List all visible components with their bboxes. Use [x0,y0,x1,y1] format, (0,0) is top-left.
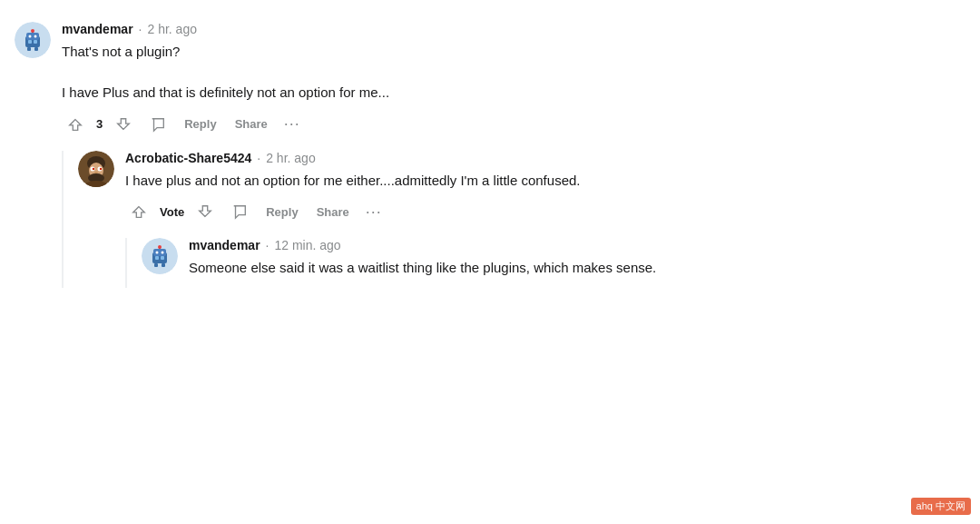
comment-2-time: 2 hr. ago [266,151,316,165]
svg-point-18 [94,172,98,173]
comment-3-text: Someone else said it was a waitlist thin… [189,258,965,279]
comment-2-author: Acrobatic-Share5424 [125,151,251,165]
comment-2: Acrobatic-Share5424 · 2 hr. ago I have p… [78,151,965,224]
svg-rect-2 [28,40,32,44]
comment-3: mvandemar · 12 min. ago Someone else sai… [142,238,965,288]
comment-2-more-btn[interactable]: ··· [362,201,386,223]
svg-rect-23 [155,256,159,260]
comment-3-body: mvandemar · 12 min. ago Someone else sai… [189,238,965,288]
comment-1-dot: · [139,22,142,36]
svg-point-16 [93,167,94,169]
downvote-icon [115,116,132,133]
comment-2-dot: · [257,151,260,165]
svg-rect-6 [26,33,39,40]
comment-3-time: 12 min. ago [274,238,340,252]
nested-thread-2: mvandemar · 12 min. ago Someone else sai… [125,238,965,288]
upvote-icon-2 [131,203,147,220]
comment-icon [150,116,166,133]
comment-2-actions: Vote Reply Share ··· [125,200,965,223]
comment-1: mvandemar · 2 hr. ago That's not a plugi… [15,22,965,136]
downvote-icon-2 [197,203,213,220]
comment-2-comment-icon[interactable] [226,200,253,223]
comment-1-line-2: I have Plus and that is definitely not a… [62,83,965,104]
svg-point-8 [34,35,37,38]
avatar-mvandemar-2 [142,238,178,274]
avatar-mvandemar-1 [15,22,51,58]
avatar-acrobatic [78,151,114,187]
comment-1-meta: mvandemar · 2 hr. ago [62,22,965,36]
comment-1-share-btn[interactable]: Share [230,114,273,134]
comment-1-body: mvandemar · 2 hr. ago That's not a plugi… [62,22,965,136]
comment-1-downvote[interactable] [110,113,137,136]
svg-rect-3 [34,40,37,44]
svg-point-5 [31,29,34,33]
svg-rect-9 [27,47,31,51]
avatar-person-icon [78,151,114,187]
comment-1-line-1: That's not a plugin? [62,42,965,63]
comment-1-upvote[interactable] [62,113,89,136]
comment-1-reply-btn[interactable]: Reply [179,114,221,134]
avatar-robot-icon-2 [142,238,178,274]
comment-2-vote-label: Vote [160,205,184,219]
comment-2-upvote[interactable] [125,200,152,223]
svg-rect-27 [153,249,166,256]
comment-1-vote-count: 3 [96,117,103,131]
comment-2-meta: Acrobatic-Share5424 · 2 hr. ago [125,151,965,165]
comment-1-more-btn[interactable]: ··· [280,113,304,135]
comment-icon-2 [231,203,248,220]
comment-2-downvote[interactable] [191,200,219,223]
svg-point-29 [162,252,164,254]
comment-1-actions: 3 Reply Share ··· [62,113,965,136]
svg-point-26 [158,245,162,249]
comment-2-reply-btn[interactable]: Reply [260,202,303,222]
nested-thread-1: Acrobatic-Share5424 · 2 hr. ago I have p… [62,151,965,288]
svg-point-17 [100,167,102,169]
comment-3-dot: · [266,238,270,252]
comment-1-author: mvandemar [62,22,133,36]
comment-2-text: I have plus and not an option for me eit… [125,171,965,192]
svg-point-7 [29,35,32,38]
comment-2-share-btn[interactable]: Share [311,202,355,222]
svg-point-28 [156,252,159,254]
svg-rect-30 [154,263,158,267]
avatar-robot-icon [15,22,51,58]
upvote-icon [67,116,83,133]
svg-rect-10 [34,47,38,51]
comment-3-meta: mvandemar · 12 min. ago [189,238,965,252]
comment-2-body: Acrobatic-Share5424 · 2 hr. ago I have p… [125,151,965,224]
comment-1-time: 2 hr. ago [147,22,197,36]
comment-thread: mvandemar · 2 hr. ago That's not a plugi… [0,15,980,310]
svg-rect-31 [162,263,165,267]
comment-3-author: mvandemar [189,238,260,252]
comment-1-text: That's not a plugin? I have Plus and tha… [62,42,965,104]
svg-rect-24 [161,256,164,260]
comment-1-comment-icon[interactable] [144,113,172,136]
